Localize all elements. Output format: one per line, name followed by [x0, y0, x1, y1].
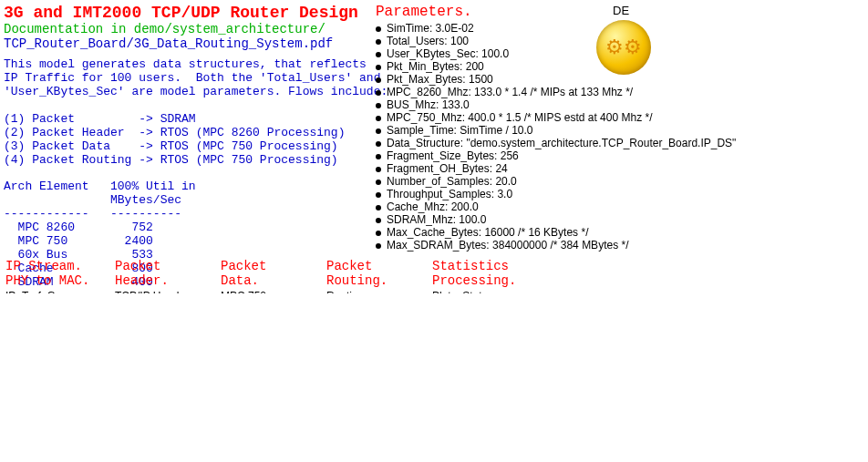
gear-icon: ⚙⚙ — [605, 36, 642, 59]
parameter-text: Data_Structure: "demo.system_architectur… — [387, 137, 736, 149]
parameter-text: BUS_Mhz: 133.0 — [387, 98, 470, 111]
parameter-text: Pkt_Max_Bytes: 1500 — [387, 73, 493, 86]
stage: Packet Header.TCP/IP HeaderH — [115, 259, 221, 293]
parameter-text: SimTime: 3.0E-02 — [387, 22, 474, 35]
bullet-icon — [376, 77, 381, 83]
parameter-row: MPC_8260_Mhz: 133.0 * 1.4 /* MIPs at 133… — [376, 86, 736, 98]
parameter-row: BUS_Mhz: 133.0 — [376, 98, 736, 111]
stage-block-label: Routing — [326, 290, 364, 293]
pipeline-stages: IP Stream. PHY to MAC.IP_Traf_GenHPacket… — [5, 259, 560, 293]
parameter-row: Pkt_Min_Bytes: 200 — [376, 60, 736, 73]
bullet-icon — [376, 65, 381, 70]
parameter-row: Fragment_Size_Bytes: 256 — [376, 149, 736, 162]
stage: Packet Routing.RoutingH — [326, 259, 432, 293]
bullet-icon — [376, 243, 381, 249]
stage-title: IP Stream. PHY to MAC. — [5, 259, 89, 290]
bullet-icon — [376, 103, 381, 108]
parameter-text: SDRAM_Mhz: 100.0 — [387, 213, 486, 226]
parameter-row: SimTime: 3.0E-02 — [376, 22, 736, 35]
director-block[interactable]: ⚙⚙ — [596, 20, 651, 75]
stage-block-label: IP_Traf_Gen — [5, 290, 67, 293]
bullet-icon — [376, 26, 381, 32]
stage-title: Statistics Processing. — [432, 259, 516, 290]
bullet-icon — [376, 128, 381, 134]
parameter-row: Throughput_Samples: 3.0 — [376, 188, 736, 200]
bullet-icon — [376, 90, 381, 96]
parameter-row: Max_SDRAM_Bytes: 384000000 /* 384 MBytes… — [376, 239, 736, 252]
stage-title: Packet Header. — [115, 259, 169, 290]
parameter-row: MPC_750_Mhz: 400.0 * 1.5 /* MIPS estd at… — [376, 111, 736, 124]
bullet-icon — [376, 154, 381, 159]
stage-block-label: MPC 750 — [221, 290, 266, 293]
parameter-text: MPC_8260_Mhz: 133.0 * 1.4 /* MIPs at 133… — [387, 86, 633, 98]
parameter-text: MPC_750_Mhz: 400.0 * 1.5 /* MIPS estd at… — [387, 111, 653, 124]
parameter-row: Pkt_Max_Bytes: 1500 — [376, 73, 736, 86]
stage-block-label: TCP/IP Header — [115, 290, 189, 293]
stage-block-label: Plots, Stats — [432, 290, 488, 293]
stage: Packet Data.MPC 750H — [221, 259, 326, 293]
stage: IP Stream. PHY to MAC.IP_Traf_GenH — [5, 259, 115, 293]
parameter-text: Cache_Mhz: 200.0 — [387, 200, 479, 213]
bullet-icon — [376, 116, 381, 121]
parameter-text: Max_Cache_Bytes: 16000 /* 16 KBytes */ — [387, 226, 588, 239]
parameter-text: Fragment_OH_Bytes: 24 — [387, 162, 508, 175]
bullet-icon — [376, 192, 381, 198]
parameter-text: Max_SDRAM_Bytes: 384000000 /* 384 MBytes… — [387, 239, 628, 252]
bullet-icon — [376, 39, 381, 45]
parameter-row: Max_Cache_Bytes: 16000 /* 16 KBytes */ — [376, 226, 736, 239]
bullet-icon — [376, 205, 381, 210]
parameter-row: Fragment_OH_Bytes: 24 — [376, 162, 736, 175]
director-label: DE — [613, 4, 629, 17]
stage-title: Packet Data. — [221, 259, 266, 290]
parameter-text: Sample_Time: SimTime / 10.0 — [387, 124, 533, 137]
parameter-row: SDRAM_Mhz: 100.0 — [376, 213, 736, 226]
parameter-row: User_KBytes_Sec: 100.0 — [376, 47, 736, 60]
parameter-text: Fragment_Size_Bytes: 256 — [387, 149, 519, 162]
bullet-icon — [376, 180, 381, 185]
parameter-row: Cache_Mhz: 200.0 — [376, 200, 736, 213]
bullet-icon — [376, 141, 381, 147]
bullet-icon — [376, 52, 381, 57]
parameters-header: Parameters. — [376, 4, 472, 20]
parameter-row: Number_of_Samples: 20.0 — [376, 175, 736, 188]
parameter-text: Pkt_Min_Bytes: 200 — [387, 60, 484, 73]
parameter-text: Total_Users: 100 — [387, 35, 469, 47]
parameter-row: Sample_Time: SimTime / 10.0 — [376, 124, 736, 137]
bullet-icon — [376, 218, 381, 223]
parameter-row: Data_Structure: "demo.system_architectur… — [376, 137, 736, 149]
parameter-text: Number_of_Samples: 20.0 — [387, 175, 517, 188]
parameter-text: User_KBytes_Sec: 100.0 — [387, 47, 509, 60]
parameters-list: SimTime: 3.0E-02Total_Users: 100User_KBy… — [376, 22, 736, 252]
bullet-icon — [376, 231, 381, 236]
stage: Statistics Processing.Plots, StatsH — [432, 259, 560, 293]
parameter-text: Throughput_Samples: 3.0 — [387, 188, 512, 200]
stage-title: Packet Routing. — [326, 259, 388, 290]
bullet-icon — [376, 167, 381, 172]
parameter-row: Total_Users: 100 — [376, 35, 736, 47]
